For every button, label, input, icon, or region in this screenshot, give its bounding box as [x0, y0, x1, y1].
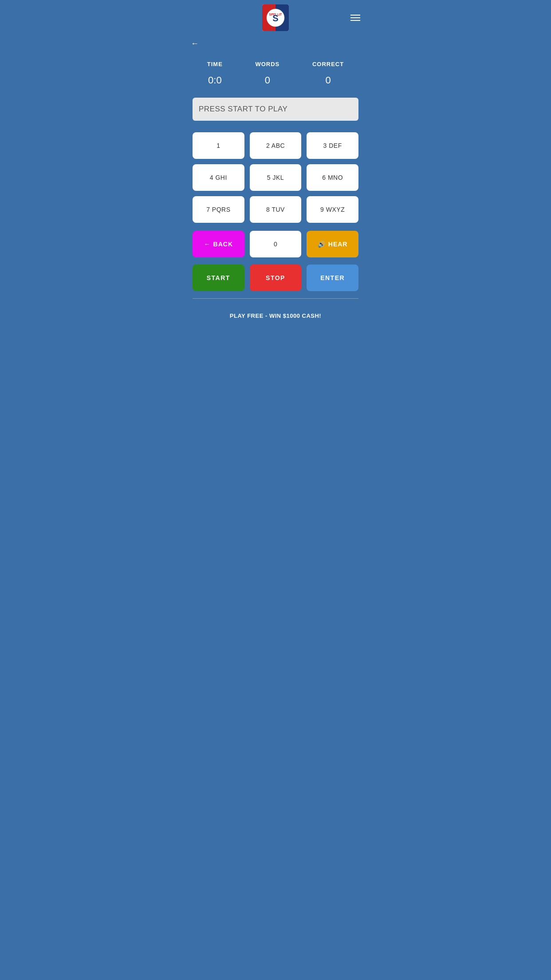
time-value: 0:0: [208, 75, 222, 86]
start-button[interactable]: START: [193, 265, 244, 291]
stat-words: WORDS 0: [255, 61, 279, 86]
hear-label: HEAR: [328, 241, 348, 248]
stat-time: TIME 0:0: [207, 61, 223, 86]
stat-correct: CORRECT 0: [312, 61, 344, 86]
correct-value: 0: [325, 75, 331, 86]
correct-label: CORRECT: [312, 61, 344, 67]
app-container: SPELLIT S ← TIME 0:0 WORDS 0 CORRECT 0 P…: [184, 0, 367, 327]
speaker-icon: 🔊: [318, 241, 326, 248]
key-9-button[interactable]: 9 WXYZ: [307, 196, 358, 223]
action-row: START STOP ENTER: [184, 261, 367, 298]
special-keys-row: ← BACK 0 🔊 HEAR: [184, 227, 367, 261]
hamburger-line-1: [350, 15, 360, 16]
word-display: PRESS START TO PLAY: [193, 98, 358, 121]
back-navigation: ←: [184, 36, 367, 52]
back-key-label: BACK: [213, 241, 233, 248]
key-4-button[interactable]: 4 GHI: [193, 164, 244, 191]
back-button[interactable]: ←: [191, 39, 199, 48]
back-arrow-icon: ←: [204, 241, 211, 248]
footer: PLAY FREE - WIN $1000 CASH!: [184, 304, 367, 327]
key-1-button[interactable]: 1: [193, 132, 244, 159]
key-6-button[interactable]: 6 MNO: [307, 164, 358, 191]
words-label: WORDS: [255, 61, 279, 67]
hear-button[interactable]: 🔊 HEAR: [307, 231, 358, 257]
app-logo: SPELLIT S: [262, 4, 289, 31]
svg-text:S: S: [272, 13, 278, 23]
promo-text: PLAY FREE - WIN $1000 CASH!: [230, 312, 321, 319]
key-3-button[interactable]: 3 DEF: [307, 132, 358, 159]
key-8-button[interactable]: 8 TUV: [250, 196, 302, 223]
key-0-button[interactable]: 0: [250, 231, 302, 257]
hamburger-line-3: [350, 20, 360, 21]
words-value: 0: [265, 75, 270, 86]
keypad: 1 2 ABC 3 DEF 4 GHI 5 JKL 6 MNO 7 PQRS 8…: [184, 128, 367, 227]
hamburger-line-2: [350, 17, 360, 18]
key-2-button[interactable]: 2 ABC: [250, 132, 302, 159]
footer-divider: [193, 298, 358, 299]
stats-section: TIME 0:0 WORDS 0 CORRECT 0: [184, 52, 367, 91]
key-7-button[interactable]: 7 PQRS: [193, 196, 244, 223]
menu-button[interactable]: [350, 15, 360, 21]
time-label: TIME: [207, 61, 223, 67]
enter-button[interactable]: ENTER: [307, 265, 358, 291]
back-key-button[interactable]: ← BACK: [193, 231, 244, 257]
key-5-button[interactable]: 5 JKL: [250, 164, 302, 191]
stop-button[interactable]: STOP: [250, 265, 302, 291]
header: SPELLIT S: [184, 0, 367, 36]
